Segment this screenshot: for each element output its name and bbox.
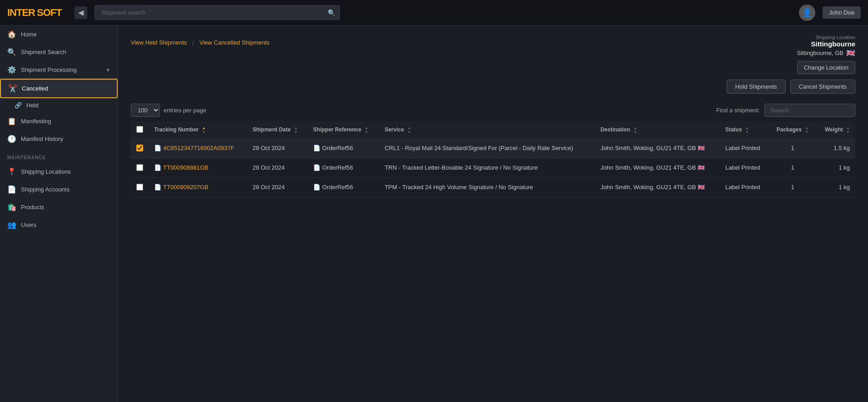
top-area: View Held Shipments | View Cancelled Shi…: [118, 25, 868, 74]
sidebar-item-users[interactable]: 👥 Users: [0, 216, 118, 234]
row-checkbox[interactable]: [136, 184, 143, 191]
find-shipment: Find a shipment:: [716, 104, 855, 117]
doc-icon: 📄: [154, 164, 161, 171]
main-content: View Held Shipments | View Cancelled Shi…: [118, 25, 868, 402]
sidebar-item-manifest-history[interactable]: 🕐 Manifest History: [0, 130, 118, 148]
logo-orange: SOFT: [37, 7, 62, 19]
ref-doc-icon: 📄: [313, 184, 320, 191]
change-location-button[interactable]: Change Location: [797, 61, 855, 74]
processing-icon: ⚙️: [7, 65, 16, 74]
sidebar-item-products[interactable]: 🛍️ Products: [0, 198, 118, 216]
table-row: 📄TT000908881GB 28 Oct 2024 📄OrderRef56 T…: [131, 159, 855, 178]
sidebar-item-cancelled[interactable]: ✂️ Cancelled: [0, 79, 118, 98]
reference-cell: 📄OrderRef56: [308, 139, 379, 159]
status-cell: Label Printed: [720, 178, 769, 198]
cancel-shipments-button[interactable]: Cancel Shipments: [790, 80, 856, 94]
sidebar-item-shipment-search[interactable]: 🔍 Shipment Search: [0, 43, 118, 61]
user-name-button[interactable]: John Doe: [823, 6, 861, 19]
status-cell: Label Printed: [720, 159, 769, 178]
th-date[interactable]: Shipment Date ▲▼: [247, 121, 308, 139]
reference-cell: 📄OrderRef56: [308, 178, 379, 198]
sidebar-item-shipment-processing[interactable]: ⚙️ Shipment Processing ▼: [0, 61, 118, 79]
table-row: 📄TT000909207GB 28 Oct 2024 📄OrderRef56 T…: [131, 178, 855, 198]
location-sub-text: Sittingbourne, GB: [797, 50, 843, 56]
layout: 🏠 Home 🔍 Shipment Search ⚙️ Shipment Pro…: [0, 25, 868, 402]
tracking-number-cell[interactable]: 📄TT000908881GB: [149, 159, 247, 178]
sidebar-item-processing-label: Shipment Processing: [21, 66, 77, 73]
doc-icon: 📄: [154, 145, 161, 151]
location-sub: Sittingbourne, GB 🇬🇧: [797, 49, 855, 57]
sidebar-item-shipping-accounts[interactable]: 📄 Shipping Accounts: [0, 181, 118, 198]
sidebar-item-home-label: Home: [21, 31, 37, 38]
ref-doc-icon: 📄: [313, 145, 320, 151]
avatar[interactable]: 👤: [799, 5, 815, 21]
logo: INTERSOFT: [7, 7, 62, 19]
th-status[interactable]: Status ▲▼: [720, 121, 769, 139]
sidebar-item-shipping-locations[interactable]: 📍 Shipping Locations: [0, 163, 118, 181]
weight-cell: 1.5 kg: [816, 139, 855, 159]
location-box: Shipping Location Sittingbourne Sittingb…: [797, 35, 855, 74]
doc-icon: 📄: [154, 184, 161, 191]
destination-cell: John Smith, Woking, GU21 4TE, GB 🇬🇧: [595, 178, 720, 198]
search-icon: 🔍: [328, 9, 335, 16]
dest-flag-icon: 🇬🇧: [698, 145, 705, 151]
logo-white: INTER: [7, 7, 35, 19]
entries-select: 100 50 25 entries per page: [131, 104, 206, 117]
sidebar-item-held[interactable]: 🔗 Held: [0, 98, 118, 112]
sidebar-item-shipping-locations-label: Shipping Locations: [21, 168, 71, 175]
dest-flag-icon: 🇬🇧: [698, 164, 705, 171]
th-tracking[interactable]: Tracking Number ▲▼: [149, 121, 247, 139]
tracking-number-cell[interactable]: 📄4C6512347716002A0937F: [149, 139, 247, 159]
global-search-input[interactable]: [95, 5, 340, 20]
destination-cell: John Smith, Woking, GU21 4TE, GB 🇬🇧: [595, 139, 720, 159]
view-held-shipments-link[interactable]: View Held Shipments: [131, 39, 187, 46]
sidebar-item-products-label: Products: [21, 204, 44, 211]
th-destination[interactable]: Destination ▲▼: [595, 121, 720, 139]
search-icon: 🔍: [7, 48, 16, 56]
packages-cell: 1: [769, 178, 816, 198]
shipments-table-wrap: Tracking Number ▲▼ Shipment Date ▲▼ Ship…: [118, 121, 868, 211]
status-cell: Label Printed: [720, 139, 769, 159]
row-checkbox[interactable]: [136, 164, 143, 171]
topnav: INTERSOFT ◀ 🔍 👤 John Doe: [0, 0, 868, 25]
hold-shipments-button[interactable]: Hold Shipments: [727, 80, 786, 94]
find-shipment-input[interactable]: [764, 104, 855, 117]
table-row: 📄4C6512347716002A0937F 28 Oct 2024 📄Orde…: [131, 139, 855, 159]
row-checkbox[interactable]: [136, 145, 143, 151]
th-service[interactable]: Service ▲▼: [379, 121, 595, 139]
table-controls: 100 50 25 entries per page Find a shipme…: [118, 99, 868, 121]
shipping-accounts-icon: 📄: [7, 185, 16, 194]
sidebar-item-home[interactable]: 🏠 Home: [0, 25, 118, 43]
view-links-divider: |: [192, 39, 194, 46]
sidebar-item-cancelled-label: Cancelled: [22, 85, 48, 92]
sidebar-item-held-label: Held: [26, 102, 39, 109]
sidebar-item-manifesting[interactable]: 📋 Manifesting: [0, 112, 118, 130]
actions-row: Hold Shipments Cancel Shipments: [118, 74, 868, 99]
gb-flag-icon: 🇬🇧: [846, 49, 855, 57]
sidebar: 🏠 Home 🔍 Shipment Search ⚙️ Shipment Pro…: [0, 25, 118, 402]
view-cancelled-shipments-link[interactable]: View Cancelled Shipments: [200, 39, 269, 46]
view-links: View Held Shipments | View Cancelled Shi…: [131, 35, 269, 46]
select-all-checkbox[interactable]: [136, 126, 143, 133]
entries-per-page-dropdown[interactable]: 100 50 25: [131, 104, 160, 117]
th-reference[interactable]: Shipper Reference ▲▼: [308, 121, 379, 139]
users-icon: 👥: [7, 221, 16, 229]
manifest-history-icon: 🕐: [7, 135, 16, 143]
tracking-number-cell[interactable]: 📄TT000909207GB: [149, 178, 247, 198]
th-packages[interactable]: Packages ▲▼: [769, 121, 816, 139]
th-weight[interactable]: Weight ▲▼: [816, 121, 855, 139]
weight-cell: 1 kg: [816, 178, 855, 198]
packages-cell: 1: [769, 139, 816, 159]
chevron-down-icon: ▼: [105, 67, 110, 73]
date-cell: 28 Oct 2024: [247, 159, 308, 178]
destination-cell: John Smith, Woking, GU21 4TE, GB 🇬🇧: [595, 159, 720, 178]
reference-cell: 📄OrderRef56: [308, 159, 379, 178]
service-cell: CRL1 - Royal Mail 24 Standard/Signed For…: [379, 139, 595, 159]
global-search-bar: 🔍: [95, 5, 340, 20]
shipping-locations-icon: 📍: [7, 167, 16, 176]
sidebar-item-search-label: Shipment Search: [21, 49, 66, 55]
packages-cell: 1: [769, 159, 816, 178]
sidebar-toggle-button[interactable]: ◀: [75, 6, 87, 19]
sidebar-item-users-label: Users: [21, 221, 36, 228]
dest-flag-icon: 🇬🇧: [698, 184, 705, 191]
